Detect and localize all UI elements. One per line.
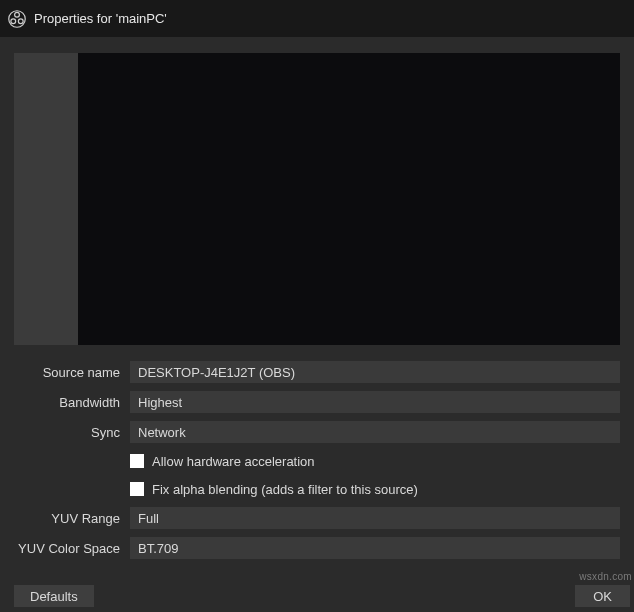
row-alpha-fix: Fix alpha blending (adds a filter to thi… xyxy=(14,479,620,499)
label-yuv-cs: YUV Color Space xyxy=(14,541,130,556)
svg-point-1 xyxy=(15,12,20,17)
row-source-name: Source name DESKTOP-J4E1J2T (OBS) xyxy=(14,361,620,383)
select-yuv-range[interactable]: Full xyxy=(130,507,620,529)
select-yuv-cs-value: BT.709 xyxy=(138,541,178,556)
watermark: wsxdn.com xyxy=(579,571,632,582)
obs-icon xyxy=(8,10,26,28)
preview-canvas xyxy=(78,53,620,345)
label-yuv-range: YUV Range xyxy=(14,511,130,526)
properties-form: Source name DESKTOP-J4E1J2T (OBS) Bandwi… xyxy=(0,361,634,559)
label-hw-accel: Allow hardware acceleration xyxy=(152,454,315,469)
select-sync-value: Network xyxy=(138,425,186,440)
svg-point-3 xyxy=(18,18,23,23)
checkbox-alpha-fix[interactable] xyxy=(130,482,144,496)
label-sync: Sync xyxy=(14,425,130,440)
preview-area xyxy=(14,53,620,345)
defaults-button[interactable]: Defaults xyxy=(14,585,94,607)
row-yuv-range: YUV Range Full xyxy=(14,507,620,529)
row-bandwidth: Bandwidth Highest xyxy=(14,391,620,413)
select-source-name[interactable]: DESKTOP-J4E1J2T (OBS) xyxy=(130,361,620,383)
select-bandwidth[interactable]: Highest xyxy=(130,391,620,413)
row-hw-accel: Allow hardware acceleration xyxy=(14,451,620,471)
preview-gutter xyxy=(14,53,78,345)
svg-point-0 xyxy=(9,10,26,27)
select-yuv-cs[interactable]: BT.709 xyxy=(130,537,620,559)
ok-button[interactable]: OK xyxy=(575,585,630,607)
row-sync: Sync Network xyxy=(14,421,620,443)
svg-point-2 xyxy=(11,18,16,23)
select-yuv-range-value: Full xyxy=(138,511,159,526)
label-alpha-fix: Fix alpha blending (adds a filter to thi… xyxy=(152,482,418,497)
select-bandwidth-value: Highest xyxy=(138,395,182,410)
row-yuv-cs: YUV Color Space BT.709 xyxy=(14,537,620,559)
select-sync[interactable]: Network xyxy=(130,421,620,443)
label-bandwidth: Bandwidth xyxy=(14,395,130,410)
titlebar: Properties for 'mainPC' xyxy=(0,0,634,37)
label-source-name: Source name xyxy=(14,365,130,380)
checkbox-hw-accel[interactable] xyxy=(130,454,144,468)
window-title: Properties for 'mainPC' xyxy=(34,11,167,26)
footer: Defaults OK xyxy=(0,583,634,612)
select-source-name-value: DESKTOP-J4E1J2T (OBS) xyxy=(138,365,295,380)
